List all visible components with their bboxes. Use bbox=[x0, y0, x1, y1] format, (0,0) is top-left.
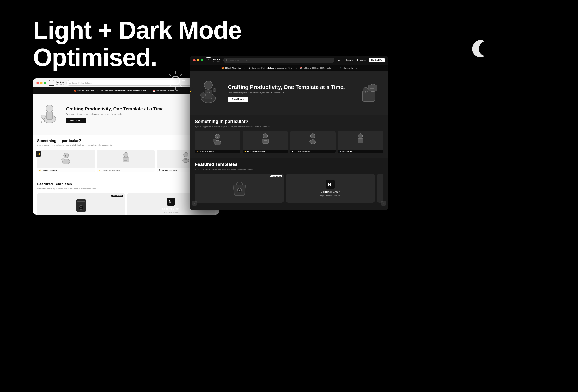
ann-massive-dark: 🛒 Massive Savin... bbox=[339, 67, 357, 69]
second-brain-title-dark: Second Brain bbox=[320, 190, 340, 194]
studying-label-dark: 📚 Studying Te... bbox=[338, 150, 383, 154]
particular-subtitle-dark: If you're shopping for a particular purp… bbox=[195, 126, 383, 128]
svg-point-41 bbox=[213, 88, 216, 92]
svg-rect-54 bbox=[262, 139, 268, 143]
svg-rect-42 bbox=[362, 91, 375, 101]
contact-button-dark[interactable]: Contact Me bbox=[369, 58, 385, 62]
category-card-cooking-dark[interactable]: 🍳 Cooking Templates bbox=[290, 131, 336, 154]
svg-rect-61 bbox=[358, 139, 363, 143]
nav-arrow-left-dark[interactable]: ‹ bbox=[192, 201, 197, 206]
category-card-finance-dark[interactable]: $ 💰 Finance Templates bbox=[195, 131, 241, 154]
featured-title-dark: Featured Templates bbox=[195, 162, 383, 167]
brand-name-light: Protion bbox=[56, 81, 64, 83]
finance-label-dark: 💰 Finance Templates bbox=[195, 150, 241, 154]
ann-timer-text-dark: 125 days 09 Hours 09 Minutes left! bbox=[304, 67, 332, 69]
second-brain-sub-light: Organize your entire life. bbox=[162, 212, 180, 213]
template-card-2-dark[interactable]: N Second Brain Organize your entire life… bbox=[286, 174, 375, 203]
logo-light: P Protion DELUXE bbox=[49, 80, 64, 86]
category-card-productivity-light[interactable]: ⚡ Productivity Templates bbox=[97, 150, 155, 172]
ann-code-text-dark: Enter code 'ProtionDeluxe' at checkout f… bbox=[251, 67, 293, 69]
dark-mode-toggle-light[interactable]: 🌙 bbox=[36, 151, 41, 157]
main-heading: Light + Dark Mode Optimised. bbox=[33, 16, 241, 71]
svg-point-60 bbox=[358, 134, 363, 138]
svg-line-10 bbox=[70, 83, 71, 84]
svg-line-15 bbox=[41, 120, 42, 123]
finance-illustration-dark: $ bbox=[195, 131, 241, 146]
categories-row-dark: $ 💰 Finance Templates bbox=[195, 131, 383, 154]
hero-title-dark: Crafting Productivity, One Template at a… bbox=[228, 84, 354, 90]
productivity-illustration-dark bbox=[242, 131, 288, 146]
svg-point-0 bbox=[171, 76, 180, 85]
svg-point-51 bbox=[213, 139, 216, 142]
hero-illustration-right-dark bbox=[358, 81, 383, 105]
cooking-label-dark: 🍳 Cooking Templates bbox=[290, 150, 336, 154]
hero-illustration-left-dark bbox=[195, 79, 224, 107]
dark-mode-toggle-dark[interactable]: 🌙 bbox=[190, 88, 193, 93]
svg-point-21 bbox=[124, 152, 128, 157]
ann-code-dark: 🎟 Enter code 'ProtionDeluxe' at checkout… bbox=[248, 67, 293, 69]
template-card-3-dark[interactable] bbox=[377, 174, 383, 203]
svg-point-11 bbox=[46, 105, 53, 112]
flash-label-light: 50% off Flash Sale bbox=[77, 90, 94, 92]
svg-rect-29 bbox=[77, 201, 85, 202]
second-brain-title-light: Second Brain bbox=[162, 207, 180, 210]
featured-subtitle-dark: Some of the best of my collection, with … bbox=[195, 168, 383, 171]
nav-home-dark[interactable]: Home bbox=[337, 59, 342, 61]
ann-code-light: 🎟 Enter code 'ProtionDeluxe' at checkout… bbox=[101, 90, 146, 92]
nav-discover-dark[interactable]: Discover bbox=[345, 59, 354, 61]
svg-text:$: $ bbox=[217, 136, 218, 138]
hero-content-dark: Crafting Productivity, One Template at a… bbox=[228, 84, 354, 102]
ann-massive-text-dark: Massive Savin... bbox=[343, 67, 357, 69]
nav-arrow-right-dark[interactable]: › bbox=[381, 201, 386, 206]
svg-text:$: $ bbox=[65, 155, 66, 157]
svg-text:N: N bbox=[169, 200, 172, 204]
svg-rect-39 bbox=[205, 90, 212, 99]
ann-code-text-light: Enter code 'ProtionDeluxe' at checkout f… bbox=[104, 90, 146, 92]
dot-green bbox=[44, 82, 46, 84]
heading-line2: Optimised. bbox=[33, 44, 241, 71]
svg-text:N: N bbox=[328, 182, 331, 187]
category-card-finance-light[interactable]: $ 💰 Finance Templates bbox=[37, 150, 95, 172]
shop-now-button-light[interactable]: Shop Now → bbox=[66, 118, 86, 123]
template-cards-row-dark: BESTSELLER N N Second Brain Organize you… bbox=[195, 174, 383, 203]
studying-illustration-dark bbox=[338, 131, 383, 146]
category-card-productivity-dark[interactable]: ⚡ Productivity Templates bbox=[242, 131, 288, 154]
hero-illustration-left-light bbox=[37, 102, 62, 127]
nav-templates-dark[interactable]: Templates bbox=[357, 59, 366, 61]
productivity-label-light: ⚡ Productivity Templates bbox=[97, 168, 155, 172]
svg-line-5 bbox=[169, 74, 171, 76]
template-card-1-dark[interactable]: BESTSELLER N bbox=[195, 174, 284, 203]
window-controls-light bbox=[36, 82, 46, 84]
particular-title-dark: Something in particular? bbox=[195, 119, 383, 124]
svg-point-19 bbox=[61, 158, 65, 161]
moon-icon bbox=[469, 37, 491, 66]
bestseller-badge-1-dark: BESTSELLER bbox=[270, 175, 282, 177]
shop-now-button-dark[interactable]: Shop Now → bbox=[228, 97, 248, 102]
svg-line-8 bbox=[169, 85, 171, 87]
svg-line-7 bbox=[180, 74, 182, 76]
dot-red bbox=[36, 82, 39, 84]
svg-point-37 bbox=[204, 81, 212, 89]
svg-point-26 bbox=[183, 158, 189, 163]
svg-text:N: N bbox=[80, 206, 82, 209]
finance-illustration-light: $ bbox=[37, 150, 95, 165]
svg-point-25 bbox=[184, 152, 188, 157]
svg-rect-13 bbox=[47, 112, 53, 120]
template-card-1-light[interactable]: BESTSELLER N bbox=[37, 193, 125, 215]
particular-section-dark: Something in particular? If you're shopp… bbox=[190, 115, 388, 158]
featured-section-dark: Featured Templates Some of the best of m… bbox=[190, 158, 388, 207]
browser-dark: P Protion DELUXE Search Protion Deluxe..… bbox=[190, 56, 388, 211]
svg-point-14 bbox=[41, 115, 46, 119]
svg-rect-22 bbox=[123, 158, 129, 162]
svg-text:N: N bbox=[239, 189, 241, 192]
ann-timer-dark: 📅 125 days 09 Hours 09 Minutes left! bbox=[300, 67, 332, 69]
category-card-studying-dark[interactable]: 📚 Studying Te... bbox=[338, 131, 383, 154]
finance-label-light: 💰 Finance Templates bbox=[37, 168, 95, 172]
svg-line-6 bbox=[180, 85, 182, 87]
cooking-illustration-dark bbox=[290, 131, 336, 146]
second-brain-card-light: N Second Brain Organize your entire life… bbox=[159, 195, 182, 215]
svg-rect-30 bbox=[77, 203, 83, 203]
logo-text-light: Protion DELUXE bbox=[56, 81, 64, 85]
productivity-illustration-light bbox=[97, 150, 155, 165]
brand-sub-light: DELUXE bbox=[56, 83, 64, 85]
